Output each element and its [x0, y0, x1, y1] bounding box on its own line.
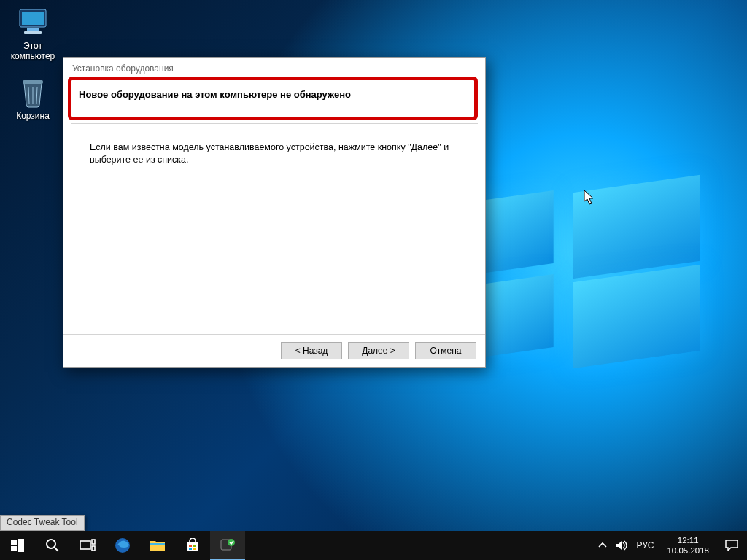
- tray-time: 12:11: [667, 535, 709, 545]
- tray-overflow-button[interactable]: [598, 541, 607, 550]
- wizard-footer: < Назад Далее > Отмена: [63, 334, 485, 367]
- taskbar-app-hardware-wizard[interactable]: [210, 531, 245, 560]
- start-button[interactable]: [0, 531, 35, 560]
- cancel-button[interactable]: Отмена: [415, 342, 476, 359]
- svg-point-25: [228, 539, 235, 546]
- tray-date: 10.05.2018: [667, 545, 709, 556]
- next-button[interactable]: Далее >: [348, 342, 409, 359]
- hardware-wizard-window: Установка оборудования Новое оборудовани…: [63, 57, 486, 368]
- wizard-heading: Новое оборудование на этом компьютере не…: [79, 89, 351, 100]
- annotation-highlight: Новое оборудование на этом компьютере не…: [68, 77, 478, 120]
- svg-rect-22: [189, 548, 192, 550]
- svg-rect-14: [80, 541, 90, 549]
- svg-rect-16: [92, 546, 95, 551]
- svg-rect-9: [18, 539, 24, 545]
- desktop-icon-this-pc[interactable]: Этоткомпьютер: [4, 6, 61, 61]
- chevron-up-icon: [598, 541, 607, 550]
- svg-rect-10: [11, 546, 17, 551]
- tray-volume-button[interactable]: [616, 540, 627, 551]
- search-icon: [45, 538, 60, 553]
- svg-rect-23: [193, 548, 196, 550]
- taskbar-app-edge[interactable]: [105, 531, 140, 560]
- desktop-icon-recycle-bin[interactable]: Корзина: [4, 76, 61, 121]
- search-button[interactable]: [35, 531, 70, 560]
- system-tray: РУС 12:11 10.05.2018: [595, 531, 716, 560]
- wallpaper-windows-logo: [452, 197, 700, 365]
- task-view-icon: [80, 539, 96, 552]
- svg-rect-3: [24, 31, 42, 34]
- desktop-icon-label: Корзина: [4, 111, 61, 121]
- tray-clock[interactable]: 12:11 10.05.2018: [662, 535, 713, 556]
- start-icon: [11, 539, 24, 552]
- task-view-button[interactable]: [70, 531, 105, 560]
- svg-rect-15: [92, 540, 95, 544]
- wizard-body-text: Если вам известна модель устанавливаемог…: [63, 124, 485, 334]
- action-center-button[interactable]: [716, 531, 747, 560]
- computer-icon: [17, 6, 49, 38]
- svg-rect-2: [27, 28, 39, 31]
- action-center-icon: [725, 540, 738, 551]
- svg-rect-11: [18, 545, 24, 552]
- svg-point-12: [47, 540, 55, 548]
- svg-rect-4: [23, 80, 43, 84]
- svg-rect-1: [22, 12, 44, 25]
- svg-rect-21: [193, 545, 196, 547]
- taskbar: РУС 12:11 10.05.2018: [0, 531, 747, 560]
- svg-rect-8: [11, 540, 17, 545]
- taskbar-app-store[interactable]: [175, 531, 210, 560]
- desktop: Этоткомпьютер Корзина Codec Tweak Tool У…: [0, 0, 747, 560]
- desktop-icon-label: Этоткомпьютер: [4, 41, 61, 61]
- store-icon: [185, 538, 200, 553]
- volume-icon: [616, 540, 627, 551]
- wizard-header: Новое оборудование на этом компьютере не…: [71, 78, 478, 124]
- taskbar-spacer: [245, 531, 595, 560]
- tray-language-indicator[interactable]: РУС: [636, 540, 654, 551]
- svg-rect-20: [189, 545, 192, 547]
- svg-line-13: [55, 548, 58, 551]
- taskbar-app-file-explorer[interactable]: [140, 531, 175, 560]
- recycle-bin-icon: [17, 76, 49, 108]
- svg-rect-18: [150, 543, 165, 545]
- back-button[interactable]: < Назад: [281, 342, 342, 359]
- taskbar-tooltip: Codec Tweak Tool: [0, 515, 85, 531]
- mouse-cursor-icon: [584, 190, 595, 206]
- file-explorer-icon: [150, 539, 166, 552]
- edge-icon: [115, 537, 131, 553]
- hardware-wizard-icon: [220, 537, 236, 553]
- wizard-title: Установка оборудования: [63, 58, 485, 78]
